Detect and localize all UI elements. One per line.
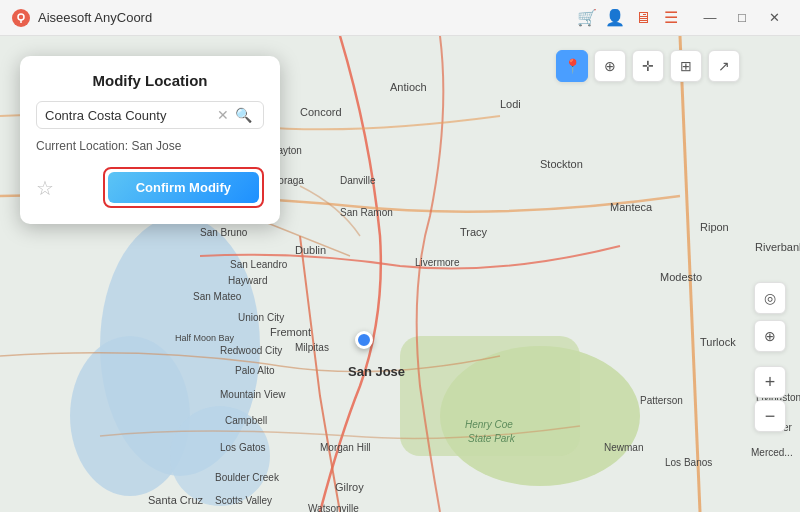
modify-location-panel: Modify Location ✕ 🔍 Current Location: Sa… [20, 56, 280, 224]
center-location-button[interactable]: ⊕ [754, 320, 786, 352]
search-row: ✕ 🔍 [36, 101, 264, 129]
svg-text:Redwood City: Redwood City [220, 345, 282, 356]
location-pin [355, 331, 373, 349]
svg-text:Tracy: Tracy [460, 226, 488, 238]
zoom-controls: + − [754, 366, 786, 432]
panel-title: Modify Location [36, 72, 264, 89]
svg-text:Stockton: Stockton [540, 158, 583, 170]
zoom-out-button[interactable]: − [754, 400, 786, 432]
satellite-mode-button[interactable]: ⊕ [594, 50, 626, 82]
svg-text:Henry Coe: Henry Coe [465, 419, 513, 430]
svg-text:Santa Cruz: Santa Cruz [148, 494, 204, 506]
favorite-button[interactable]: ☆ [36, 176, 54, 200]
svg-text:Watsonville: Watsonville [308, 503, 359, 512]
svg-text:Ripon: Ripon [700, 221, 729, 233]
window-controls: — □ ✕ [696, 6, 788, 30]
svg-text:San Mateo: San Mateo [193, 291, 242, 302]
svg-text:Scotts Valley: Scotts Valley [215, 495, 272, 506]
maximize-button[interactable]: □ [728, 6, 756, 30]
clear-search-button[interactable]: ✕ [214, 107, 232, 123]
svg-point-4 [70, 336, 190, 496]
titlebar: Aiseesoft AnyCoord 🛒 👤 🖥 ☰ — □ ✕ [0, 0, 800, 36]
main-area: Lodi Antioch Concord Stockton Manteca Ri… [0, 36, 800, 512]
svg-text:Los Banos: Los Banos [665, 457, 712, 468]
svg-text:Palo Alto: Palo Alto [235, 365, 275, 376]
svg-text:Dublin: Dublin [295, 244, 326, 256]
svg-text:Hayward: Hayward [228, 275, 267, 286]
bottom-row: ☆ Confirm Modify [36, 167, 264, 208]
location-search-input[interactable] [45, 108, 214, 123]
svg-text:Morgan Hill: Morgan Hill [320, 442, 371, 453]
toolbar-icons: 🛒 👤 🖥 ☰ [574, 6, 684, 30]
svg-text:Antioch: Antioch [390, 81, 427, 93]
export-button[interactable]: ↗ [708, 50, 740, 82]
svg-text:Lodi: Lodi [500, 98, 521, 110]
svg-text:Concord: Concord [300, 106, 342, 118]
svg-point-0 [18, 14, 24, 20]
svg-text:Manteca: Manteca [610, 201, 653, 213]
minimize-button[interactable]: — [696, 6, 724, 30]
close-button[interactable]: ✕ [760, 6, 788, 30]
confirm-modify-button[interactable]: Confirm Modify [108, 172, 259, 203]
pin-mode-button[interactable]: 📍 [556, 50, 588, 82]
current-location-label: Current Location: San Jose [36, 139, 264, 153]
map-toolbar: 📍 ⊕ ✛ ⊞ ↗ [556, 50, 740, 82]
svg-text:Campbell: Campbell [225, 415, 267, 426]
svg-text:Livermore: Livermore [415, 257, 460, 268]
svg-text:Fremont: Fremont [270, 326, 311, 338]
svg-text:State Park: State Park [468, 433, 516, 444]
screen-icon[interactable]: 🖥 [630, 6, 656, 30]
cart-icon[interactable]: 🛒 [574, 6, 600, 30]
svg-text:San Leandro: San Leandro [230, 259, 288, 270]
svg-text:Patterson: Patterson [640, 395, 683, 406]
svg-text:Modesto: Modesto [660, 271, 702, 283]
confirm-button-wrapper: Confirm Modify [103, 167, 264, 208]
svg-text:Milpitas: Milpitas [295, 342, 329, 353]
svg-text:Merced...: Merced... [751, 447, 793, 458]
svg-text:San Ramon: San Ramon [340, 207, 393, 218]
svg-text:San Bruno: San Bruno [200, 227, 248, 238]
grid-mode-button[interactable]: ⊞ [670, 50, 702, 82]
location-controls: ◎ ⊕ [754, 282, 786, 352]
svg-text:Newman: Newman [604, 442, 643, 453]
crosshair-mode-button[interactable]: ✛ [632, 50, 664, 82]
menu-icon[interactable]: ☰ [658, 6, 684, 30]
svg-text:San Jose: San Jose [348, 364, 405, 379]
svg-text:Riverbank: Riverbank [755, 241, 800, 253]
search-button[interactable]: 🔍 [232, 107, 255, 123]
svg-text:Boulder Creek: Boulder Creek [215, 472, 280, 483]
zoom-in-button[interactable]: + [754, 366, 786, 398]
svg-text:Danville: Danville [340, 175, 376, 186]
target-location-button[interactable]: ◎ [754, 282, 786, 314]
app-title: Aiseesoft AnyCoord [38, 10, 574, 25]
app-icon [12, 9, 30, 27]
svg-text:Turlock: Turlock [700, 336, 736, 348]
svg-text:Gilroy: Gilroy [335, 481, 364, 493]
svg-text:Union City: Union City [238, 312, 284, 323]
user-icon[interactable]: 👤 [602, 6, 628, 30]
svg-text:Mountain View: Mountain View [220, 389, 286, 400]
svg-text:Los Gatos: Los Gatos [220, 442, 266, 453]
svg-text:Half Moon Bay: Half Moon Bay [175, 333, 235, 343]
